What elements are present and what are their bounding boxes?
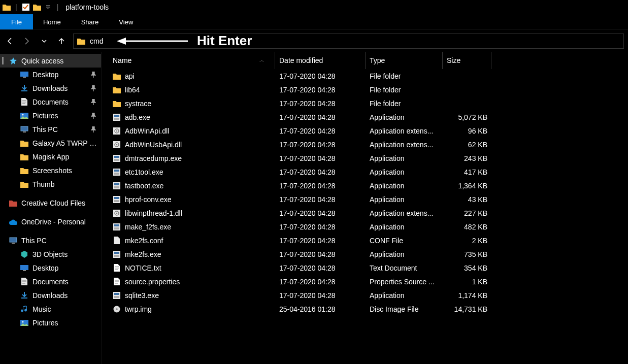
- address-folder-icon: [77, 37, 86, 46]
- svg-rect-8: [21, 126, 28, 131]
- ribbon-tab-share[interactable]: Share: [71, 14, 109, 29]
- sort-asc-icon: ︿: [259, 57, 265, 64]
- file-name: api: [125, 72, 135, 80]
- title-dropdown-icon[interactable]: [44, 3, 53, 12]
- file-type: Text Document: [366, 264, 443, 272]
- sidebar-item[interactable]: Pictures: [0, 316, 101, 329]
- col-name[interactable]: Name ︿: [109, 52, 275, 69]
- file-name: systrace: [125, 100, 151, 108]
- file-row[interactable]: hprof-conv.exe17-07-2020 04:28Applicatio…: [109, 192, 628, 206]
- nav-forward-icon[interactable]: [21, 36, 32, 47]
- sidebar-item[interactable]: Documents: [0, 95, 101, 109]
- file-row[interactable]: api17-07-2020 04:28File folder: [109, 69, 628, 83]
- pc-icon: [9, 237, 17, 245]
- file-date: 17-07-2020 04:28: [275, 278, 366, 286]
- svg-rect-30: [114, 170, 119, 172]
- sidebar-creative-cloud[interactable]: Creative Cloud Files: [0, 196, 101, 210]
- file-date: 17-07-2020 04:28: [275, 113, 366, 121]
- sidebar-item[interactable]: Screenshots: [0, 163, 101, 177]
- sidebar-item[interactable]: Pictures: [0, 109, 101, 122]
- nav-up-icon[interactable]: [56, 36, 67, 47]
- file-date: 17-07-2020 04:28: [275, 237, 366, 245]
- file-date: 17-07-2020 04:28: [275, 195, 366, 204]
- sidebar-item[interactable]: Galaxy A5 TWRP Re: [0, 136, 101, 150]
- ribbon-tab-home[interactable]: Home: [33, 14, 71, 29]
- sidebar-item[interactable]: This PC: [0, 122, 101, 136]
- ribbon-tab-view[interactable]: View: [109, 14, 143, 29]
- nav-row: Hit Enter: [0, 29, 628, 52]
- file-row[interactable]: libwinpthread-1.dll17-07-2020 04:28Appli…: [109, 206, 628, 220]
- address-bar[interactable]: [73, 34, 624, 49]
- file-type: Application: [366, 168, 443, 176]
- sidebar-item[interactable]: Music: [0, 302, 101, 316]
- file-name: NOTICE.txt: [125, 264, 161, 272]
- file-row[interactable]: dmtracedump.exe17-07-2020 04:28Applicati…: [109, 151, 628, 165]
- file-row[interactable]: make_f2fs.exe17-07-2020 04:28Application…: [109, 220, 628, 234]
- file-row[interactable]: systrace17-07-2020 04:28File folder: [109, 96, 628, 110]
- pictures-icon: [20, 112, 28, 120]
- file-type: File folder: [366, 86, 443, 94]
- exe-icon: [113, 223, 121, 231]
- exe-icon: [113, 154, 121, 162]
- col-date[interactable]: Date modified: [275, 52, 366, 69]
- file-row[interactable]: source.properties17-07-2020 04:28Propert…: [109, 275, 628, 288]
- svg-rect-19: [114, 118, 119, 120]
- file-row[interactable]: etc1tool.exe17-07-2020 04:28Application4…: [109, 165, 628, 179]
- file-row[interactable]: AdbWinUsbApi.dll17-07-2020 04:28Applicat…: [109, 138, 628, 151]
- file-name: lib64: [125, 86, 140, 94]
- sidebar-item[interactable]: Documents: [0, 275, 101, 288]
- folder-icon: [113, 86, 121, 94]
- file-row[interactable]: mke2fs.conf17-07-2020 04:28CONF File2 KB: [109, 234, 628, 247]
- sidebar[interactable]: Quick access DesktopDownloadsDocumentsPi…: [0, 52, 102, 364]
- svg-rect-12: [20, 265, 28, 270]
- file-row[interactable]: NOTICE.txt17-07-2020 04:28Text Document3…: [109, 261, 628, 275]
- svg-rect-36: [114, 197, 119, 199]
- sidebar-item[interactable]: Downloads: [0, 81, 101, 95]
- file-size: 1 KB: [443, 278, 491, 286]
- sidebar-this-pc[interactable]: This PC: [0, 234, 101, 247]
- file-rows[interactable]: api17-07-2020 04:28File folderlib6417-07…: [102, 69, 628, 364]
- folder-icon: [20, 139, 28, 147]
- file-row[interactable]: AdbWinApi.dll17-07-2020 04:28Application…: [109, 124, 628, 138]
- sidebar-item[interactable]: Desktop: [0, 261, 101, 275]
- sidebar-item[interactable]: Magisk App: [0, 150, 101, 163]
- dll-icon: [113, 141, 121, 149]
- ribbon-tab-file[interactable]: File: [0, 14, 33, 29]
- sidebar-item-label: Pictures: [32, 112, 87, 120]
- file-type: Application: [366, 154, 443, 162]
- sidebar-quick-access[interactable]: Quick access: [0, 54, 101, 68]
- sidebar-item[interactable]: Downloads: [0, 288, 101, 302]
- sidebar-item-label: Desktop: [32, 71, 87, 79]
- sidebar-item-label: Screenshots: [32, 167, 97, 175]
- col-size[interactable]: Size: [443, 52, 491, 69]
- sidebar-item[interactable]: 3D Objects: [0, 247, 101, 261]
- address-input[interactable]: [90, 37, 620, 45]
- ribbon: File Home Share View: [0, 14, 628, 29]
- sidebar-onedrive[interactable]: OneDrive - Personal: [0, 215, 101, 228]
- checkbox-icon[interactable]: [21, 3, 30, 12]
- nav-back-icon[interactable]: [4, 36, 15, 47]
- sidebar-item[interactable]: Desktop: [0, 68, 101, 81]
- file-name: adb.exe: [125, 113, 150, 121]
- exe-icon: [113, 291, 121, 300]
- file-row[interactable]: lib6417-07-2020 04:28File folder: [109, 83, 628, 96]
- file-date: 17-07-2020 04:28: [275, 250, 366, 258]
- file-row[interactable]: mke2fs.exe17-07-2020 04:28Application735…: [109, 247, 628, 261]
- folder-icon: [20, 180, 28, 188]
- svg-point-7: [22, 114, 24, 115]
- nav-recent-icon[interactable]: [39, 36, 50, 47]
- svg-rect-3: [20, 72, 28, 77]
- col-type[interactable]: Type: [366, 52, 443, 69]
- file-row[interactable]: twrp.img25-04-2016 01:28Disc Image File1…: [109, 302, 628, 316]
- file-size: 62 KB: [443, 141, 491, 149]
- star-icon: [9, 57, 17, 65]
- sidebar-item[interactable]: Thumb: [0, 177, 101, 191]
- file-row[interactable]: adb.exe17-07-2020 04:28Application5,072 …: [109, 110, 628, 124]
- svg-rect-31: [114, 173, 119, 175]
- file-date: 17-07-2020 04:28: [275, 127, 366, 135]
- svg-rect-11: [12, 243, 15, 244]
- file-row[interactable]: fastboot.exe17-07-2020 04:28Application1…: [109, 179, 628, 192]
- exe-icon: [113, 182, 121, 190]
- folder2-icon: [32, 3, 42, 12]
- file-row[interactable]: sqlite3.exe17-07-2020 04:28Application1,…: [109, 288, 628, 302]
